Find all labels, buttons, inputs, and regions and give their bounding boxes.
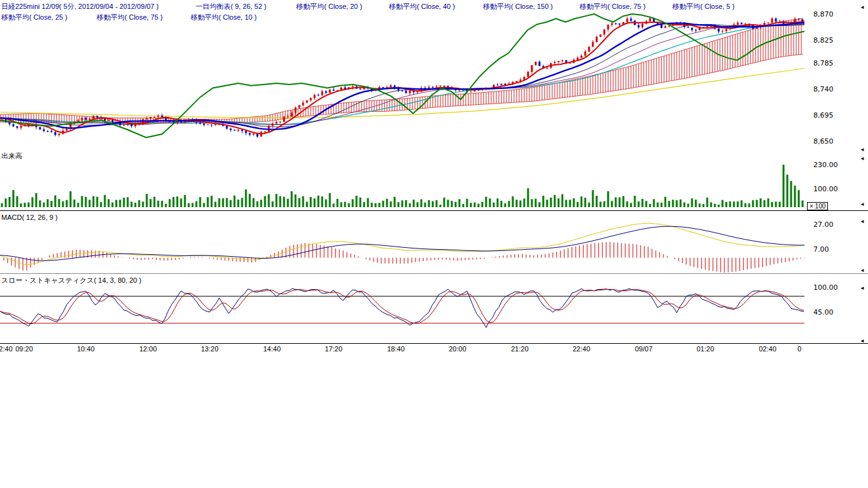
time-axis-label: 13:20 [201,345,219,353]
pane-scroll-arrow-icon[interactable]: ◄ [860,5,865,10]
time-axis-label: 02:40 [0,345,13,353]
time-axis-label: 21:20 [511,345,529,353]
time-axis-label: 09:20 [15,345,33,353]
time-axis-label: 10:40 [77,345,95,353]
pane-scroll-arrow-icon[interactable]: ◄ [860,339,865,344]
stochastics-panel-label: スロー・ストキャスティクス( 14, 3, 80, 20 ) [1,276,141,285]
pane-scroll-arrow-icon[interactable]: ◄ [860,147,865,152]
stoch-axis-label: 45.00 [813,308,834,316]
price-axis-label: 8,650 [813,137,834,146]
time-axis-label: 14:40 [263,345,281,353]
time-axis-label: 12:00 [139,345,157,353]
stoch-axis-label: 100.00 [813,283,838,292]
time-axis-label: 18:40 [387,345,405,353]
price-axis-label: 8,870 [813,10,834,18]
legend-item: 移動平均( Close, 40 ) [389,2,455,11]
macd-panel-label: MACD( 12, 26, 9 ) [1,214,58,221]
chart-canvas[interactable] [0,0,868,356]
legend-item: 移動平均( Close, 5 ) [672,2,735,11]
volume-multiplier-badge: × 100 [807,202,828,210]
time-axis-label: 01:20 [696,345,714,353]
time-axis-label: 20:00 [449,345,466,353]
time-axis-label: 02:40 [759,345,776,353]
legend-item: 移動平均( Close, 75 ) [97,13,163,22]
legend-item: 移動平均( Close, 75 ) [580,2,646,11]
price-axis-label: 8,740 [813,85,834,93]
pane-scroll-arrow-icon[interactable]: ◄ [860,202,865,207]
legend-item: 移動平均( Close, 25 ) [1,13,67,22]
pane-scroll-arrow-icon[interactable]: ◄ [860,219,865,224]
macd-axis-label: 27.00 [813,220,834,229]
price-axis-label: 8,785 [813,59,834,67]
pane-scroll-arrow-icon[interactable]: ◄ [860,268,865,273]
legend-item: 移動平均( Close, 150 ) [483,2,553,11]
volume-panel-label: 出来高 [1,151,22,161]
time-axis-label: 17:20 [325,345,342,353]
chart-application-window: 日経225mini 12/09( 5分, 2012/09/04 - 2012/0… [0,0,868,488]
time-axis-label: 22:40 [573,345,590,353]
pane-scroll-arrow-icon[interactable]: ◄ [860,156,865,161]
legend-item: 一目均衡表( 9, 26, 52 ) [196,2,266,11]
time-axis-label: 09/07 [635,345,653,353]
price-axis-label: 8,695 [813,111,834,119]
legend-item: 移動平均( Close, 10 ) [191,13,257,22]
volume-axis-label: 100.00 [813,185,838,193]
time-axis-label: 0 [797,345,801,353]
macd-axis-label: 7.00 [813,245,829,254]
pane-scroll-arrow-icon[interactable]: ◄ [860,286,865,291]
legend-item: 移動平均( Close, 20 ) [296,2,362,11]
legend-item: 日経225mini 12/09( 5分, 2012/09/04 - 2012/0… [1,2,159,11]
price-axis-label: 8,825 [813,36,834,44]
volume-axis-label: 230.00 [813,161,838,169]
